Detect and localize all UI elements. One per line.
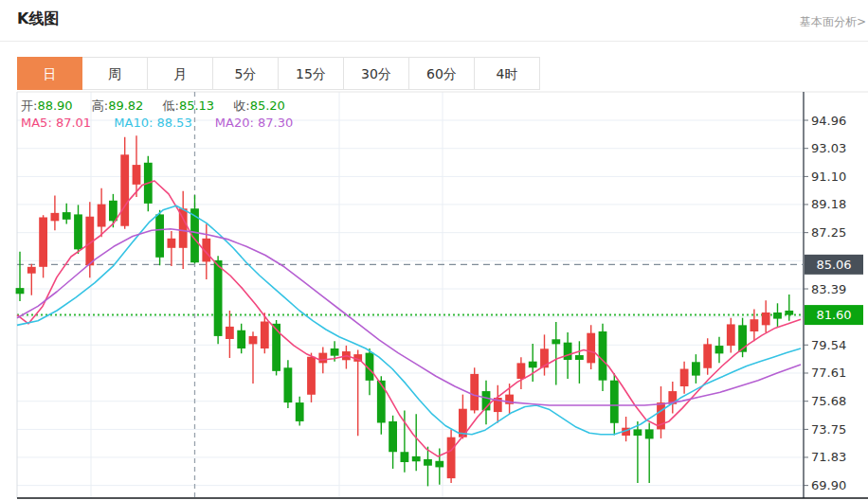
ma20-value: 87.30: [258, 116, 293, 130]
ma-readout: MA5: 87.01 MA10: 88.53 MA20: 87.30: [21, 116, 312, 130]
tab-month[interactable]: 月: [148, 57, 213, 90]
svg-text:85.06: 85.06: [816, 258, 851, 272]
high-value: 89.82: [108, 98, 143, 113]
tab-15min[interactable]: 15分: [279, 57, 344, 90]
candle: [226, 311, 234, 358]
y-axis-tick-label: 91.10: [811, 170, 846, 184]
candle: [540, 334, 549, 375]
candle: [552, 322, 560, 384]
candle: [120, 137, 129, 229]
candle: [645, 422, 654, 483]
low-value: 85.13: [179, 98, 214, 113]
tab-4hour[interactable]: 4时: [475, 57, 540, 90]
candle: [447, 429, 456, 483]
y-axis-tick-label: 93.03: [811, 141, 846, 155]
y-axis-tick-label: 75.68: [811, 394, 846, 408]
candle: [74, 205, 82, 254]
candle: [517, 357, 526, 389]
tab-60min[interactable]: 60分: [409, 57, 475, 90]
candle: [353, 350, 362, 437]
candle: [284, 360, 293, 408]
candle: [401, 410, 409, 472]
fundamental-analysis-link[interactable]: 基本面分析>: [800, 14, 866, 30]
candle: [482, 381, 491, 425]
candle: [109, 194, 118, 227]
candle: [668, 382, 677, 414]
ohlc-readout: 开:88.90 高:89.82 低:85.13 收:85.20: [21, 98, 300, 115]
high-label: 高:: [92, 98, 108, 113]
candle: [237, 324, 245, 354]
kline-page: 94.9693.0391.1089.1887.2583.3979.5477.61…: [0, 0, 868, 500]
candle: [190, 195, 199, 263]
open-value: 88.90: [37, 98, 72, 113]
tab-30min[interactable]: 30分: [344, 57, 409, 90]
candle: [307, 353, 316, 402]
candle: [51, 195, 60, 230]
candle: [575, 341, 584, 384]
candle: [750, 309, 759, 341]
candle: [715, 337, 724, 364]
candle: [39, 215, 47, 277]
tab-week[interactable]: 周: [82, 57, 148, 90]
candle: [680, 362, 689, 394]
close-value: 85.20: [250, 98, 285, 113]
candle: [773, 303, 782, 327]
y-axis-tick-label: 71.83: [811, 450, 846, 464]
ma5-value: 87.01: [56, 116, 91, 130]
price-badge-marker: 85.06: [805, 255, 863, 275]
page-title: K线图: [17, 9, 59, 29]
y-axis-tick-label: 77.61: [811, 366, 846, 380]
header: K线图 基本面分析>: [0, 0, 868, 42]
candle: [692, 354, 700, 384]
low-label: 低:: [163, 98, 179, 113]
ma20-label: MA20:: [215, 116, 254, 130]
candle: [98, 188, 106, 238]
candle: [27, 264, 36, 295]
y-axis-tick-label: 83.39: [811, 282, 846, 296]
candle: [214, 256, 223, 344]
y-axis-tick-label: 73.75: [811, 422, 846, 437]
open-label: 开:: [21, 98, 37, 113]
period-tabs: 日 周 月 5分 15分 30分 60分 4时: [17, 57, 540, 90]
close-label: 收:: [233, 98, 249, 113]
candle: [155, 210, 164, 265]
y-axis-tick-label: 69.90: [811, 478, 846, 492]
candle: [63, 204, 71, 224]
tab-5min[interactable]: 5分: [213, 57, 279, 90]
candle: [412, 414, 421, 471]
candle: [587, 325, 595, 369]
candle: [249, 331, 258, 384]
y-axis-tick-label: 87.25: [811, 225, 846, 240]
y-axis-tick-label: 89.18: [811, 197, 846, 211]
ma5-line: [17, 181, 801, 456]
candle: [634, 421, 642, 483]
candle: [610, 373, 619, 435]
ma10-value: 88.53: [156, 116, 191, 130]
candle: [703, 338, 712, 374]
svg-text:81.60: 81.60: [816, 308, 851, 322]
candle: [762, 300, 770, 332]
candle: [470, 367, 479, 413]
y-axis-tick-label: 79.54: [811, 338, 846, 352]
candle: [494, 385, 502, 423]
ma10-label: MA10:: [114, 116, 153, 130]
candle: [727, 318, 735, 353]
y-axis-tick-label: 94.96: [811, 114, 846, 128]
ma5-label: MA5:: [21, 116, 52, 130]
tab-day[interactable]: 日: [17, 57, 82, 90]
price-badge-latest: 81.60: [805, 305, 863, 325]
candle: [389, 416, 397, 469]
